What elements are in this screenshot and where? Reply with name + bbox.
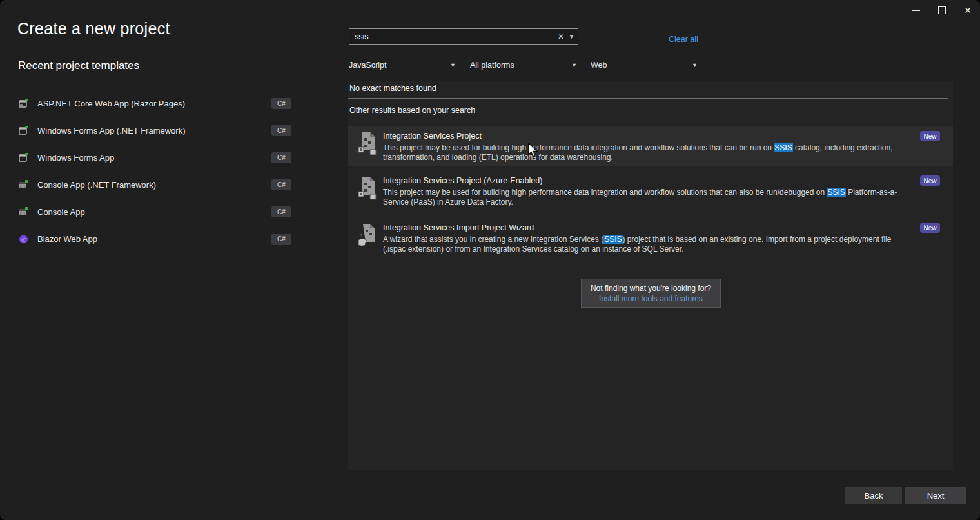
console-icon: C:\ bbox=[18, 179, 29, 190]
result-description: This project may be used for building hi… bbox=[383, 188, 906, 207]
template-label: Console App (.NET Framework) bbox=[37, 180, 271, 190]
clear-search-icon[interactable]: ✕ bbox=[558, 32, 564, 41]
install-more-tools-link[interactable]: Install more tools and features bbox=[582, 294, 720, 303]
close-button[interactable]: ✕ bbox=[957, 3, 978, 18]
recent-templates-heading: Recent project templates bbox=[18, 59, 139, 72]
template-item-aspnet-core[interactable]: ASP.NET Core Web App (Razor Pages) C# bbox=[18, 90, 291, 117]
svg-text:C:\: C:\ bbox=[20, 211, 26, 215]
no-exact-matches-text: No exact matches found bbox=[349, 84, 436, 93]
console-icon: C:\ bbox=[18, 206, 29, 217]
winforms-icon bbox=[18, 152, 29, 163]
minimize-button[interactable] bbox=[906, 3, 926, 18]
language-badge: C# bbox=[271, 98, 291, 109]
new-badge: New bbox=[920, 131, 940, 141]
new-badge: New bbox=[920, 223, 940, 233]
winforms-icon bbox=[18, 125, 29, 136]
page-title: Create a new project bbox=[17, 19, 170, 38]
result-integration-services-project-azure[interactable]: Integration Services Project (Azure-Enab… bbox=[348, 171, 953, 214]
template-item-console[interactable]: C:\ Console App C# bbox=[18, 198, 291, 225]
template-label: Windows Forms App bbox=[37, 153, 271, 163]
result-title: Integration Services Project (Azure-Enab… bbox=[383, 176, 542, 185]
language-filter-dropdown[interactable]: JavaScript ▼ bbox=[349, 58, 456, 72]
create-new-project-dialog: ✕ Create a new project Recent project te… bbox=[0, 0, 980, 520]
minimize-icon bbox=[912, 10, 920, 11]
aspnet-core-web-app-icon bbox=[18, 98, 29, 109]
platform-filter-value: All platforms bbox=[470, 61, 514, 70]
recent-template-list: ASP.NET Core Web App (Razor Pages) C# Wi… bbox=[18, 90, 291, 252]
search-history-chevron-icon[interactable]: ▼ bbox=[569, 34, 574, 40]
search-input[interactable] bbox=[349, 32, 558, 41]
ssis-highlight: SSIS bbox=[827, 188, 845, 197]
template-item-winforms[interactable]: Windows Forms App C# bbox=[18, 144, 291, 171]
blazor-icon bbox=[18, 234, 29, 245]
template-search-box[interactable]: ✕ ▼ bbox=[349, 28, 578, 45]
result-integration-services-project[interactable]: Integration Services Project This projec… bbox=[348, 126, 953, 166]
language-badge: C# bbox=[271, 125, 291, 136]
result-description: A wizard that assists you in creating a … bbox=[383, 235, 906, 254]
project-type-filter-dropdown[interactable]: Web ▼ bbox=[591, 58, 698, 72]
chevron-down-icon: ▼ bbox=[450, 62, 456, 68]
ssis-highlight: SSIS bbox=[774, 143, 792, 152]
search-results-panel: No exact matches found Other results bas… bbox=[348, 81, 953, 470]
integration-services-azure-icon bbox=[357, 176, 377, 201]
template-item-winforms-framework[interactable]: Windows Forms App (.NET Framework) C# bbox=[18, 117, 291, 144]
template-label: Console App bbox=[37, 207, 271, 217]
language-badge: C# bbox=[271, 234, 291, 245]
ssis-highlight: SSIS bbox=[603, 235, 622, 244]
chevron-down-icon: ▼ bbox=[692, 62, 698, 68]
close-icon: ✕ bbox=[964, 6, 972, 15]
language-badge: C# bbox=[271, 152, 291, 163]
language-badge: C# bbox=[271, 179, 291, 190]
result-title: Integration Services Project bbox=[383, 132, 482, 141]
template-item-blazor[interactable]: Blazor Web App C# bbox=[18, 225, 291, 252]
maximize-icon bbox=[938, 6, 946, 14]
result-import-project-wizard[interactable]: Integration Services Import Project Wiza… bbox=[348, 218, 953, 258]
next-button[interactable]: Next bbox=[905, 487, 966, 504]
chevron-down-icon: ▼ bbox=[571, 62, 577, 68]
clear-all-link[interactable]: Clear all bbox=[669, 35, 698, 44]
other-results-heading: Other results based on your search bbox=[349, 106, 475, 115]
result-description: This project may be used for building hi… bbox=[383, 143, 906, 163]
svg-text:C:\: C:\ bbox=[20, 184, 26, 188]
template-label: Blazor Web App bbox=[37, 234, 271, 244]
new-badge: New bbox=[920, 175, 940, 186]
language-filter-value: JavaScript bbox=[349, 61, 386, 70]
not-finding-box: Not finding what you're looking for? Ins… bbox=[581, 279, 721, 308]
results-divider bbox=[348, 98, 948, 99]
import-project-wizard-icon bbox=[357, 223, 377, 248]
project-type-filter-value: Web bbox=[591, 61, 607, 70]
back-button[interactable]: Back bbox=[845, 487, 902, 504]
not-finding-text: Not finding what you're looking for? bbox=[582, 284, 720, 293]
template-label: Windows Forms App (.NET Framework) bbox=[37, 126, 271, 135]
result-title: Integration Services Import Project Wiza… bbox=[383, 223, 534, 232]
maximize-button[interactable] bbox=[932, 3, 952, 18]
platform-filter-dropdown[interactable]: All platforms ▼ bbox=[470, 58, 577, 72]
language-badge: C# bbox=[271, 206, 291, 217]
template-label: ASP.NET Core Web App (Razor Pages) bbox=[37, 99, 271, 108]
integration-services-project-icon bbox=[357, 132, 377, 156]
template-item-console-framework[interactable]: C:\ Console App (.NET Framework) C# bbox=[18, 171, 291, 198]
